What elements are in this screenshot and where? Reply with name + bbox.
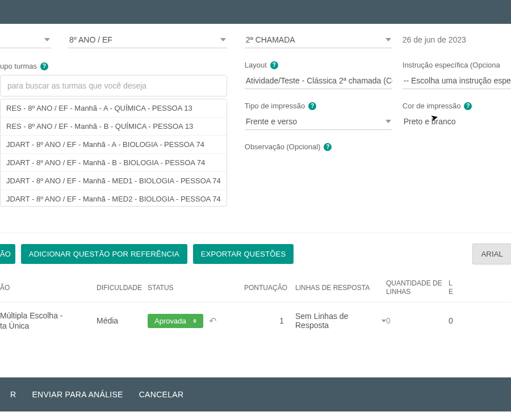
- footer-bar: R ENVIAR PARA ANÁLISE CANCELAR: [0, 377, 511, 411]
- instrucao-label: Instrução específica (Opciona: [403, 61, 500, 69]
- help-icon[interactable]: ?: [40, 62, 48, 70]
- layout-label: Layout: [245, 61, 267, 69]
- cor-impressao-value: Preto e branco: [404, 117, 456, 126]
- turmas-search-input[interactable]: [0, 75, 227, 96]
- observacao-label: Observação (Opcional): [245, 142, 321, 151]
- tipo-avaliacao-select[interactable]: 2ª CHAMADA: [245, 32, 392, 48]
- help-icon[interactable]: ?: [308, 102, 316, 110]
- cell-tipo: Múltipla Escolha - ta Única: [0, 310, 97, 331]
- help-icon[interactable]: ?: [270, 61, 278, 69]
- list-item[interactable]: RES - 8º ANO / EF - Manhã - A - QUÍMICA …: [1, 99, 227, 117]
- instrucao-value: -- Escolha uma instrução espe: [404, 76, 511, 85]
- cell-pontuacao[interactable]: 1: [244, 316, 295, 325]
- tipo-impressao-select[interactable]: Frente e verso: [245, 114, 392, 130]
- curso-select[interactable]: 8º ANO / EF: [68, 32, 227, 48]
- list-item[interactable]: JDART - 8º ANO / EF - Manhã - B - BIOLOG…: [1, 154, 227, 172]
- turmas-listbox[interactable]: RES - 8º ANO / EF - Manhã - A - QUÍMICA …: [0, 99, 227, 207]
- export-questions-button[interactable]: EXPORTAR QUESTÕES: [193, 244, 294, 264]
- send-for-analysis-button[interactable]: ENVIAR PARA ANÁLISE: [32, 390, 123, 399]
- layout-select[interactable]: Atividade/Teste - Clássica 2ª chamada (C…: [245, 73, 392, 89]
- grupo-turmas-label: upo turmas: [0, 62, 37, 70]
- list-item[interactable]: JDART - 8º ANO / EF - Manhã - A - BIOLOG…: [1, 136, 227, 154]
- list-item[interactable]: JDART - 8º ANO / EF - Manhã - MED2 - BIO…: [1, 190, 227, 207]
- cor-impressao-select[interactable]: Preto e branco: [403, 114, 511, 129]
- status-text: Aprovada: [154, 317, 186, 325]
- save-button-partial[interactable]: R: [10, 390, 16, 399]
- agendamento-value: 26 de jun de 2023: [403, 32, 511, 48]
- qtd-linhas-input[interactable]: [386, 316, 420, 325]
- col-espacamento: LE: [449, 279, 477, 296]
- layout-value: Atividade/Teste - Clássica 2ª chamada (C…: [246, 76, 392, 85]
- status-badge[interactable]: Aprovada: [148, 314, 203, 328]
- undo-icon[interactable]: ↶: [209, 316, 216, 326]
- cor-impressao-label: Cor de impressão: [403, 102, 461, 110]
- sort-arrows-icon: [193, 319, 196, 323]
- tipo-avaliacao-value: 2ª CHAMADA: [246, 35, 295, 44]
- chevron-down-icon: [382, 320, 386, 322]
- tipo-impressao-value: Frente e verso: [246, 117, 297, 126]
- list-item[interactable]: JDART - 8º ANO / EF - Manhã - MED1 - BIO…: [1, 172, 227, 190]
- list-item[interactable]: RES - 8º ANO / EF - Manhã - B - QUÍMICA …: [1, 117, 227, 136]
- table-row[interactable]: Múltipla Escolha - ta Única Média Aprova…: [0, 302, 511, 339]
- add-question-button-partial[interactable]: ÃO: [0, 244, 15, 264]
- top-app-bar: [0, 0, 511, 24]
- font-select-button[interactable]: ARIAL: [472, 243, 511, 264]
- cell-espacamento: 0: [449, 316, 477, 325]
- help-icon[interactable]: ?: [324, 143, 332, 151]
- ano-select[interactable]: [0, 32, 51, 48]
- instrucao-select[interactable]: -- Escolha uma instrução espe: [403, 73, 511, 89]
- col-linhas-resposta: LINHAS DE RESPOSTA: [295, 284, 386, 292]
- chevron-down-icon: [386, 38, 391, 41]
- tipo-impressao-label: Tipo de impressão: [245, 102, 305, 110]
- curso-value: 8º ANO / EF: [69, 35, 112, 44]
- cancel-button[interactable]: CANCELAR: [139, 390, 184, 399]
- chevron-down-icon: [44, 38, 50, 41]
- cell-linhas-resposta[interactable]: Sem Linhas de Resposta: [295, 312, 386, 330]
- add-question-by-reference-button[interactable]: ADICIONAR QUESTÃO POR REFERÊNCIA: [21, 244, 187, 264]
- col-tipo: ÃO: [0, 284, 97, 292]
- cell-dificuldade: Média: [97, 316, 148, 325]
- help-icon[interactable]: ?: [464, 102, 472, 110]
- col-dificuldade: DIFICULDADE: [97, 284, 148, 292]
- col-qtd-linhas: QUANTIDADE DE LINHAS: [386, 279, 449, 296]
- questions-table: ÃO DIFICULDADE STATUS PONTUAÇÃO LINHAS D…: [0, 274, 511, 339]
- col-status: STATUS: [148, 284, 244, 292]
- chevron-down-icon: [220, 38, 226, 41]
- chevron-down-icon: [386, 120, 391, 123]
- col-pontuacao: PONTUAÇÃO: [244, 284, 295, 292]
